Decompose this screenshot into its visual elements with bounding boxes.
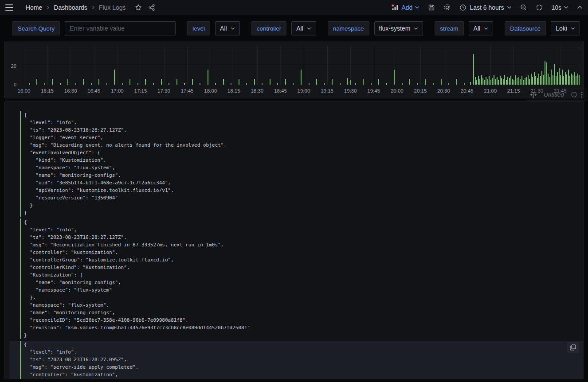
- copy-log-button[interactable]: [567, 342, 579, 353]
- log-volume-bar: [517, 78, 517, 85]
- log-volume-bar: [576, 76, 576, 85]
- dashboard-settings-gear-icon[interactable]: [443, 4, 451, 11]
- log-level-indicator: [20, 111, 21, 217]
- log-volume-bar: [525, 78, 525, 85]
- v-gridline: [24, 46, 24, 85]
- add-button[interactable]: Add: [392, 4, 419, 11]
- h-gridline: [21, 66, 580, 66]
- log-volume-bar: [546, 62, 547, 85]
- log-volume-bar: [501, 78, 502, 85]
- v-gridline: [420, 46, 421, 85]
- level-variable: level All: [187, 21, 239, 35]
- log-volume-bar: [231, 83, 231, 85]
- log-volume-bar: [441, 79, 442, 85]
- log-volume-bar: [98, 79, 99, 85]
- controller-select[interactable]: All: [291, 21, 316, 35]
- log-row[interactable]: { "level": "info", "ts": "2023-08-23T16:…: [9, 111, 583, 217]
- v-gridline: [211, 46, 211, 85]
- log-volume-bar: [262, 83, 263, 85]
- x-axis-label: 17:00: [111, 88, 124, 94]
- log-volume-bar: [500, 76, 501, 85]
- breadcrumb-home[interactable]: Home: [26, 4, 42, 11]
- log-volume-bar: [363, 79, 364, 85]
- log-volume-bar: [417, 83, 418, 85]
- log-volume-bar: [512, 79, 513, 85]
- log-volume-bar: [409, 79, 410, 85]
- v-gridline: [94, 46, 94, 85]
- log-volume-bar: [476, 80, 477, 85]
- namespace-variable: namespace flux-system: [328, 21, 423, 35]
- log-volume-bar: [543, 75, 544, 85]
- log-volume-bar: [531, 74, 532, 85]
- x-axis-label: 20:00: [391, 88, 404, 94]
- v-gridline: [187, 46, 188, 85]
- log-volume-bar: [161, 79, 162, 85]
- log-volume-bar: [510, 76, 511, 85]
- log-volume-bar: [129, 79, 130, 85]
- zoom-out-time-icon[interactable]: [520, 4, 527, 11]
- log-volume-bar: [562, 70, 563, 85]
- v-gridline: [234, 46, 234, 85]
- x-axis-label: 20:15: [414, 88, 427, 94]
- log-volume-panel[interactable]: 020 16:0016:1516:3016:4517:0017:1517:301…: [4, 41, 584, 98]
- log-volume-bar: [208, 70, 208, 85]
- log-row[interactable]: { "level": "info", "ts": "2023-08-23T16:…: [9, 218, 583, 339]
- log-volume-bar: [425, 79, 426, 85]
- x-axis-label: 20:30: [437, 88, 450, 94]
- menu-icon[interactable]: [5, 4, 13, 11]
- refresh-interval-picker[interactable]: 10s: [551, 4, 568, 11]
- namespace-select[interactable]: flux-system: [374, 21, 423, 35]
- x-axis-label: 16:30: [64, 88, 77, 94]
- log-volume-bar: [340, 83, 341, 85]
- save-dashboard-icon[interactable]: [428, 4, 435, 11]
- star-icon[interactable]: [135, 4, 142, 11]
- chevron-down-icon: [414, 27, 418, 30]
- v-gridline: [397, 46, 397, 85]
- v-gridline: [164, 46, 165, 85]
- breadcrumb-current-flux-logs[interactable]: Flux Logs: [99, 4, 126, 11]
- log-volume-bar: [571, 74, 572, 85]
- level-select[interactable]: All: [215, 21, 240, 35]
- log-volume-bar: [529, 79, 530, 85]
- log-volume-bar: [537, 78, 538, 85]
- log-volume-bar: [355, 83, 356, 85]
- x-axis-label: 17:15: [134, 88, 147, 94]
- panel-drag-handle-icon[interactable]: [530, 92, 537, 98]
- time-range-picker[interactable]: Last 6 hours: [459, 4, 512, 11]
- log-volume-bar: [507, 77, 508, 85]
- log-row[interactable]: { "level": "info", "ts": "2023-08-23T16:…: [9, 341, 583, 379]
- log-volume-bar: [29, 83, 30, 85]
- kiosk-caret-up-icon[interactable]: [577, 5, 583, 9]
- log-volume-bar: [75, 83, 76, 85]
- stream-select[interactable]: All: [469, 21, 494, 35]
- log-volume-bar: [487, 79, 488, 85]
- panel-info-icon[interactable]: [571, 92, 577, 97]
- log-volume-bar: [200, 83, 200, 85]
- panel-menu-kebab-icon[interactable]: [581, 92, 583, 98]
- y-axis-label: 20: [11, 63, 16, 69]
- logs-panel[interactable]: { "level": "info", "ts": "2023-08-23T16:…: [4, 101, 584, 379]
- v-gridline: [514, 46, 514, 85]
- x-axis-label: 17:30: [157, 88, 170, 94]
- log-volume-bar: [475, 77, 476, 85]
- log-json-text: { "level": "info", "ts": "2023-08-23T16:…: [24, 341, 174, 379]
- v-gridline: [327, 46, 328, 85]
- breadcrumb-dashboards[interactable]: Dashboards: [54, 4, 87, 11]
- datasource-select[interactable]: Loki: [551, 21, 580, 35]
- stream-variable: stream All: [435, 21, 493, 35]
- log-volume-bar: [332, 79, 333, 85]
- search-query-input[interactable]: [65, 21, 176, 35]
- search-query-label: Search Query: [12, 21, 60, 35]
- log-volume-bar: [541, 71, 542, 85]
- chevron-down-icon: [307, 27, 311, 30]
- log-volume-bar: [316, 79, 317, 85]
- top-nav-bar: Home Dashboards Flux Logs Add: [0, 0, 588, 15]
- log-volume-bar: [145, 79, 146, 85]
- x-axis-label: 20:45: [461, 88, 474, 94]
- log-volume-bar: [523, 80, 524, 85]
- log-volume-bar: [556, 76, 557, 85]
- share-icon[interactable]: [148, 4, 155, 11]
- datasource-select-value: Loki: [556, 25, 567, 32]
- v-gridline: [71, 46, 71, 85]
- refresh-dashboard-icon[interactable]: [536, 4, 543, 11]
